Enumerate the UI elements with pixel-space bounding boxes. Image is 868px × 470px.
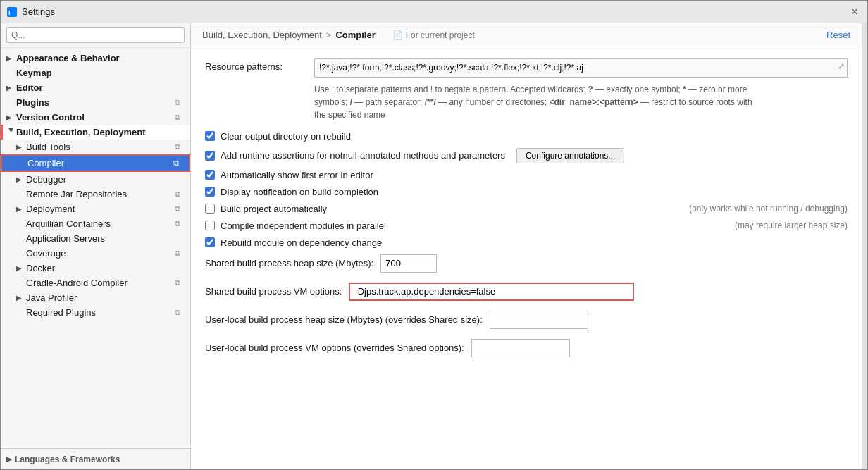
user-heap-row: User-local build process heap size (Mbyt… <box>205 311 848 329</box>
content-area: ▶ Appearance & Behavior ▶ Keymap ▶ Edito… <box>1 23 867 469</box>
shared-heap-row: Shared build process heap size (Mbytes): <box>205 254 848 273</box>
label-display-notification[interactable]: Display notification on build completion <box>221 187 378 197</box>
expand-arrow-languages: ▶ <box>6 455 12 463</box>
breadcrumb-bar: Build, Execution, Deployment > Compiler … <box>191 23 862 47</box>
user-vm-label: User-local build process VM options (ove… <box>205 342 464 353</box>
resource-patterns-row: Resource patterns: ⤢ <box>205 58 848 78</box>
window-title: Settings <box>22 6 848 17</box>
user-heap-label: User-local build process heap size (Mbyt… <box>205 314 483 325</box>
sidebar-item-version-control[interactable]: ▶ Version Control ⧉ <box>1 110 190 125</box>
copy-icon-arquillian: ⧉ <box>175 219 185 229</box>
expand-arrow-vc: ▶ <box>6 113 16 121</box>
sidebar-bottom-label: Languages & Frameworks <box>15 454 120 464</box>
sidebar-item-compiler[interactable]: ▶ Compiler ⧉ <box>1 154 190 172</box>
reset-button[interactable]: Reset <box>826 30 850 40</box>
hint-compile-parallel: (may require larger heap size) <box>721 221 848 230</box>
sidebar-item-editor[interactable]: ▶ Editor <box>1 80 190 95</box>
copy-icon-build-tools: ⧉ <box>175 142 185 152</box>
sidebar-item-deployment[interactable]: ▶ Deployment ⧉ <box>1 202 190 216</box>
checkbox-display-notification[interactable] <box>205 187 215 197</box>
label-compile-parallel[interactable]: Compile independent modules in parallel <box>221 221 386 231</box>
resource-patterns-input-wrap: ⤢ <box>314 58 848 78</box>
sidebar-item-arquillian[interactable]: ▶ Arquillian Containers ⧉ <box>1 216 190 231</box>
main-panel: Build, Execution, Deployment > Compiler … <box>191 23 862 469</box>
settings-content: Resource patterns: ⤢ Use ; to separate p… <box>191 47 862 469</box>
sidebar-item-keymap[interactable]: ▶ Keymap <box>1 66 190 80</box>
resource-patterns-input[interactable] <box>314 58 848 78</box>
sidebar-item-java-profiler[interactable]: ▶ Java Profiler <box>1 290 190 305</box>
sidebar-bottom[interactable]: ▶ Languages & Frameworks <box>1 448 190 469</box>
label-rebuild-module[interactable]: Rebuild module on dependency change <box>221 237 382 248</box>
shared-vm-label: Shared build process VM options: <box>205 286 342 297</box>
checkbox-row-compile-parallel: Compile independent modules in parallel … <box>205 221 848 231</box>
sidebar-item-debugger[interactable]: ▶ Debugger <box>1 172 190 187</box>
sidebar-item-appearance[interactable]: ▶ Appearance & Behavior <box>1 51 190 66</box>
checkbox-row-rebuild-module: Rebuild module on dependency change <box>205 237 848 248</box>
sidebar-item-build-execution[interactable]: ▶ Build, Execution, Deployment <box>1 125 190 140</box>
expand-arrow-debugger: ▶ <box>16 175 26 183</box>
nav-tree: ▶ Appearance & Behavior ▶ Keymap ▶ Edito… <box>1 48 190 448</box>
shared-vm-input[interactable] <box>349 283 634 301</box>
settings-window: I Settings × ▶ Appearance & Behavior ▶ K… <box>0 0 868 470</box>
configure-annotations-button[interactable]: Configure annotations... <box>516 148 624 163</box>
copy-icon-plugins: ⧉ <box>175 98 185 108</box>
user-heap-input[interactable] <box>490 311 588 329</box>
hint-build-auto: (only works while not running / debuggin… <box>675 204 848 214</box>
checkbox-row-auto-show: Automatically show first error in editor <box>205 170 848 180</box>
checkbox-row-build-auto: Build project automatically (only works … <box>205 204 848 214</box>
search-input[interactable] <box>6 27 185 43</box>
breadcrumb-parent: Build, Execution, Deployment <box>202 30 322 40</box>
expand-arrow-deployment: ▶ <box>16 205 26 213</box>
sidebar-item-plugins[interactable]: ▶ Plugins ⧉ <box>1 95 190 110</box>
app-icon: I <box>6 6 18 18</box>
checkbox-compile-parallel[interactable] <box>205 221 215 230</box>
copy-icon-required-plugins: ⧉ <box>175 308 185 318</box>
sidebar-item-build-tools[interactable]: ▶ Build Tools ⧉ <box>1 140 190 154</box>
label-auto-show[interactable]: Automatically show first error in editor <box>221 170 373 180</box>
checkbox-build-auto[interactable] <box>205 204 215 214</box>
sidebar-item-coverage[interactable]: ▶ Coverage ⧉ <box>1 246 190 261</box>
svg-text:I: I <box>8 9 11 16</box>
shared-vm-row: Shared build process VM options: <box>205 283 848 301</box>
expand-arrow-editor: ▶ <box>6 84 16 92</box>
search-bar <box>1 23 190 48</box>
shared-heap-label: Shared build process heap size (Mbytes): <box>205 258 373 268</box>
label-add-runtime[interactable]: Add runtime assertions for notnull-annot… <box>221 150 505 161</box>
checkbox-add-runtime[interactable] <box>205 151 215 161</box>
label-build-auto[interactable]: Build project automatically <box>221 204 327 214</box>
user-vm-row: User-local build process VM options (ove… <box>205 339 848 357</box>
title-bar: I Settings × <box>1 1 867 23</box>
sidebar: ▶ Appearance & Behavior ▶ Keymap ▶ Edito… <box>1 23 191 469</box>
sidebar-item-gradle-android[interactable]: ▶ Gradle-Android Compiler ⧉ <box>1 276 190 290</box>
breadcrumb-current: Compiler <box>335 30 375 40</box>
checkbox-clear-output[interactable] <box>205 131 215 141</box>
expand-arrow-build-tools: ▶ <box>16 143 26 151</box>
resource-patterns-label: Resource patterns: <box>205 58 314 72</box>
checkbox-row-add-runtime: Add runtime assertions for notnull-annot… <box>205 148 848 163</box>
user-vm-input[interactable] <box>471 339 570 357</box>
sidebar-item-app-servers[interactable]: ▶ Application Servers <box>1 231 190 246</box>
copy-icon-deployment: ⧉ <box>175 204 185 214</box>
checkbox-row-clear-output: Clear output directory on rebuild <box>205 131 848 142</box>
checkbox-auto-show[interactable] <box>205 170 215 180</box>
copy-icon-compiler: ⧉ <box>173 159 183 168</box>
checkbox-row-display-notification: Display notification on build completion <box>205 187 848 197</box>
close-button[interactable]: × <box>848 5 862 19</box>
expand-textarea-icon[interactable]: ⤢ <box>838 61 845 71</box>
document-icon: 📄 <box>392 30 403 40</box>
sidebar-item-remote-jar[interactable]: ▶ Remote Jar Repositories ⧉ <box>1 187 190 202</box>
right-scrollbar[interactable] <box>862 23 867 469</box>
copy-icon-remote-jar: ⧉ <box>175 190 185 199</box>
sidebar-item-required-plugins[interactable]: ▶ Required Plugins ⧉ <box>1 305 190 320</box>
sidebar-item-docker[interactable]: ▶ Docker <box>1 261 190 276</box>
copy-icon-vc: ⧉ <box>175 113 185 123</box>
shared-heap-input[interactable] <box>380 254 437 273</box>
expand-arrow-docker: ▶ <box>16 264 26 272</box>
for-current-project: 📄 For current project <box>392 30 475 40</box>
hint-text: Use ; to separate patterns and ! to nega… <box>314 83 848 121</box>
breadcrumb-separator: > <box>326 30 332 40</box>
label-clear-output[interactable]: Clear output directory on rebuild <box>221 131 351 142</box>
expand-arrow-appearance: ▶ <box>6 54 16 62</box>
checkbox-rebuild-module[interactable] <box>205 237 215 247</box>
expand-arrow-java-profiler: ▶ <box>16 294 26 302</box>
